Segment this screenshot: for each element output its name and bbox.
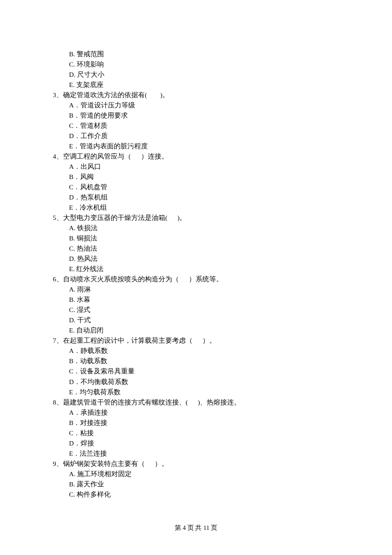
option-item: A．出风口 (69, 162, 341, 172)
option-item: E．法兰连接 (69, 448, 341, 459)
question-block: 5、大型电力变压器的干燥方法是油箱( )。 A. 铁损法 B. 铜损法 C. 热… (53, 213, 341, 274)
page-footer: 第 4 页 共 11 页 (0, 523, 392, 533)
option-item: C. 热油法 (69, 243, 341, 254)
option-item: E．均匀载荷系数 (69, 387, 341, 397)
question-text: 自动喷水灭火系统按喷头的构造分为（ ）系统等。 (63, 275, 223, 283)
question-stem: 9、锅炉钢架安装特点主要有（ ）。 (53, 459, 341, 469)
question-stem: 3、确定管道吹洗方法的依据有( )。 (53, 90, 341, 100)
question-block: 9、锅炉钢架安装特点主要有（ ）。 A. 施工环境相对固定 B. 露天作业 C.… (53, 459, 341, 500)
question-block: 6、自动喷水灭火系统按喷头的构造分为（ ）系统等。 A. 雨淋 B. 水幕 C.… (53, 274, 341, 335)
option-item: B. 水幕 (69, 295, 341, 305)
option-item: B．管道的使用要求 (69, 110, 341, 121)
option-item: C．粘接 (69, 428, 341, 438)
option-item: E．管道内表面的脏污程度 (69, 141, 341, 151)
option-item: B．对接连接 (69, 418, 341, 428)
question-stem: 5、大型电力变压器的干燥方法是油箱( )。 (53, 213, 341, 223)
question-text: 题建筑管道干管的连接方式有螺纹连接、( )、热熔接连。 (63, 399, 241, 406)
option-list: A. 雨淋 B. 水幕 C. 湿式 D. 干式 E. 自动启闭 (53, 284, 341, 335)
option-item: A．承插连接 (69, 408, 341, 418)
question-text: 空调工程的风管应与（ ）连接。 (63, 153, 168, 160)
option-item: A．静载系数 (69, 346, 341, 356)
question-number: 9、 (53, 460, 63, 467)
option-item: D．热泵机组 (69, 192, 341, 202)
option-item: D．不均衡载荷系数 (69, 377, 341, 387)
option-list: A. 施工环境相对固定 B. 露天作业 C. 构件多样化 (53, 469, 341, 500)
option-item: C. 环境影响 (69, 59, 341, 69)
question-text: 锅炉钢架安装特点主要有（ ）。 (63, 460, 168, 467)
question-block: 7、在起重工程的设计中，计算载荷主要考虑（ ）。 A．静载系数 B．动载系数 C… (53, 335, 341, 397)
option-item: E. 支架底座 (69, 80, 341, 90)
question-number: 4、 (53, 153, 63, 160)
option-item: C．设备及索吊具重量 (69, 366, 341, 376)
option-item: C. 构件多样化 (69, 489, 341, 500)
option-item: D．工作介质 (69, 131, 341, 141)
option-list: A．静载系数 B．动载系数 C．设备及索吊具重量 D．不均衡载荷系数 E．均匀载… (53, 346, 341, 397)
option-item: E. 红外线法 (69, 264, 341, 274)
option-item: E. 自动启闭 (69, 325, 341, 335)
option-item: A. 施工环境相对固定 (69, 469, 341, 479)
option-item: B. 警戒范围 (69, 49, 341, 59)
question-stem: 8、题建筑管道干管的连接方式有螺纹连接、( )、热熔接连。 (53, 397, 341, 408)
option-item: B. 露天作业 (69, 479, 341, 489)
page-content: B. 警戒范围 C. 环境影响 D. 尺寸大小 E. 支架底座 3、确定管道吹洗… (0, 0, 392, 500)
question-text: 在起重工程的设计中，计算载荷主要考虑（ ）。 (63, 337, 216, 344)
question-number: 3、 (53, 91, 63, 98)
question-block: 3、确定管道吹洗方法的依据有( )。 A．管道设计压力等级 B．管道的使用要求 … (53, 90, 341, 151)
question-stem: 6、自动喷水灭火系统按喷头的构造分为（ ）系统等。 (53, 274, 341, 284)
option-item: A．管道设计压力等级 (69, 100, 341, 110)
question-stem: 4、空调工程的风管应与（ ）连接。 (53, 151, 341, 162)
question-stem: 7、在起重工程的设计中，计算载荷主要考虑（ ）。 (53, 335, 341, 346)
question-block: 8、题建筑管道干管的连接方式有螺纹连接、( )、热熔接连。 A．承插连接 B．对… (53, 397, 341, 459)
question-text: 确定管道吹洗方法的依据有( )。 (63, 91, 169, 98)
orphan-option-list: B. 警戒范围 C. 环境影响 D. 尺寸大小 E. 支架底座 (53, 49, 341, 90)
option-item: C．管道材质 (69, 121, 341, 131)
option-item: D. 尺寸大小 (69, 69, 341, 80)
option-item: D．焊接 (69, 438, 341, 448)
option-item: B．风阀 (69, 172, 341, 182)
option-item: B．动载系数 (69, 356, 341, 366)
option-item: B. 铜损法 (69, 233, 341, 243)
question-text: 大型电力变压器的干燥方法是油箱( )。 (63, 214, 187, 221)
option-item: A. 铁损法 (69, 223, 341, 233)
option-list: A. 铁损法 B. 铜损法 C. 热油法 D. 热风法 E. 红外线法 (53, 223, 341, 274)
option-item: D. 热风法 (69, 254, 341, 264)
option-item: D. 干式 (69, 315, 341, 325)
option-list: A．出风口 B．风阀 C．风机盘管 D．热泵机组 E．冷水机组 (53, 162, 341, 213)
question-number: 6、 (53, 275, 63, 283)
option-list: A．管道设计压力等级 B．管道的使用要求 C．管道材质 D．工作介质 E．管道内… (53, 100, 341, 151)
question-number: 7、 (53, 337, 63, 344)
option-item: E．冷水机组 (69, 202, 341, 213)
option-item: C. 湿式 (69, 305, 341, 315)
option-list: A．承插连接 B．对接连接 C．粘接 D．焊接 E．法兰连接 (53, 408, 341, 459)
option-item: A. 雨淋 (69, 284, 341, 295)
option-item: C．风机盘管 (69, 182, 341, 192)
question-number: 5、 (53, 214, 63, 221)
question-number: 8、 (53, 399, 63, 406)
question-block: 4、空调工程的风管应与（ ）连接。 A．出风口 B．风阀 C．风机盘管 D．热泵… (53, 151, 341, 213)
